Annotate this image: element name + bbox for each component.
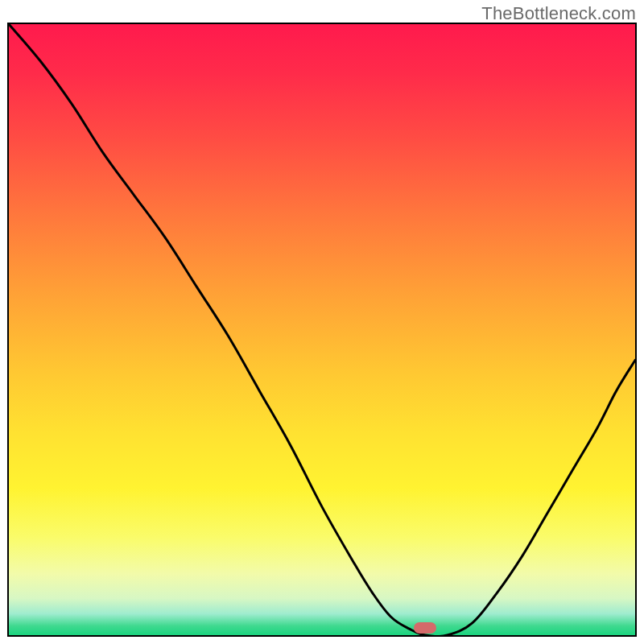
plot-frame [7,23,637,637]
watermark-text: TheBottleneck.com [481,3,636,24]
chart-container: TheBottleneck.com [0,0,644,644]
optimal-point-marker [414,622,436,634]
bottleneck-curve [9,24,635,635]
